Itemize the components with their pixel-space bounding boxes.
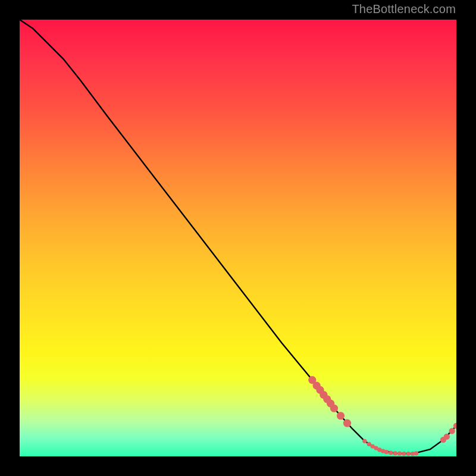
data-point [337, 412, 345, 419]
data-point [449, 428, 455, 434]
data-point [393, 451, 397, 455]
data-point [362, 439, 367, 443]
data-point [414, 451, 418, 455]
data-point [330, 405, 338, 412]
chart-stage: TheBottleneck.com [0, 0, 476, 476]
highlight-points [308, 376, 456, 456]
data-point [389, 450, 393, 455]
plot-area [20, 20, 456, 456]
data-point [397, 452, 402, 456]
chart-svg [20, 20, 456, 456]
data-point [444, 434, 450, 440]
data-point [384, 450, 389, 454]
bottleneck-curve [20, 20, 456, 454]
data-point [343, 419, 351, 427]
data-point [402, 452, 406, 456]
watermark-text: TheBottleneck.com [352, 2, 456, 16]
data-point [406, 452, 411, 456]
